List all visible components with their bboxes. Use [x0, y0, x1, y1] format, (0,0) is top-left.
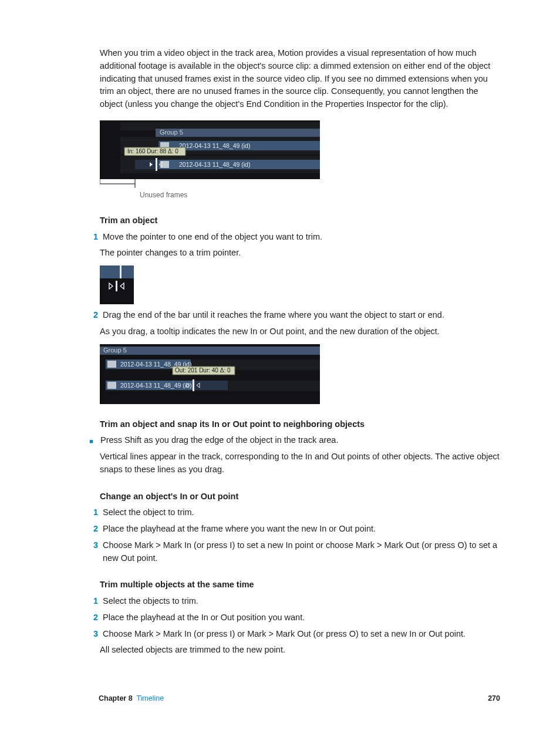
- step-number: 1: [86, 231, 98, 244]
- bullet-followup: Vertical lines appear in the track, corr…: [100, 450, 500, 476]
- svg-rect-0: [100, 120, 120, 179]
- figure-caption: Unused frames: [140, 190, 500, 200]
- step-text: Select the objects to trim.: [103, 595, 500, 608]
- subhead-change-inout: Change an object's In or Out point: [100, 490, 500, 503]
- svg-rect-31: [193, 379, 194, 391]
- step-text: Choose Mark > Mark In (or press I) or Ma…: [103, 628, 500, 641]
- subhead-trim-multiple: Trim multiple objects at the same time: [100, 579, 500, 591]
- step-followup: All selected objects are trimmed to the …: [100, 644, 500, 657]
- group-label: Group 5: [103, 347, 127, 354]
- step-text: Move the pointer to one end of the objec…: [103, 231, 500, 244]
- clip-label-b: 2012-04-13 11_48_49 (id): [120, 382, 191, 389]
- clip-label-b: 2012-04-13 11_48_49 (id): [179, 161, 250, 168]
- svg-rect-11: [160, 161, 169, 168]
- step-text: Place the playhead at the In or Out posi…: [103, 611, 500, 624]
- step-number: 2: [86, 611, 98, 624]
- group-label: Group 5: [160, 129, 183, 136]
- svg-rect-29: [193, 381, 228, 390]
- intro-paragraph: When you trim a video object in the trac…: [100, 47, 500, 111]
- step-text: Drag the end of the bar until it reaches…: [103, 309, 500, 322]
- svg-rect-18: [100, 265, 134, 278]
- svg-rect-19: [120, 265, 122, 278]
- subhead-snap: Trim an object and snap its In or Out po…: [100, 418, 500, 431]
- page-number: 270: [488, 693, 500, 704]
- tooltip-in: In: 160 Dur: 88 Δ: 0: [127, 148, 178, 154]
- figure-unused-frames: Group 5 2012-04-13 11_48_49 (id) In: 160…: [100, 120, 500, 200]
- step-text: Place the playhead at the frame where yo…: [103, 523, 500, 536]
- subhead-trim-object: Trim an object: [100, 214, 500, 227]
- chapter-link[interactable]: Timeline: [136, 694, 164, 702]
- step-text: Choose Mark > Mark In (or press I) to se…: [103, 539, 500, 565]
- chapter-label: Chapter 8: [99, 694, 133, 702]
- step-followup: As you drag, a tooltip indicates the new…: [100, 325, 500, 338]
- step-number: 1: [86, 595, 98, 608]
- svg-rect-9: [135, 160, 158, 169]
- svg-rect-20: [116, 281, 117, 291]
- step-text: Select the object to trim.: [103, 506, 500, 519]
- bullet-text: Press Shift as you drag the edge of the …: [100, 434, 500, 447]
- bullet-icon: ■: [86, 436, 93, 446]
- step-number: 1: [86, 506, 98, 519]
- tooltip-out: Out: 201 Dur: 40 Δ: 0: [175, 367, 231, 374]
- step-followup: The pointer changes to a trim pointer.: [100, 247, 500, 260]
- step-number: 3: [86, 628, 98, 641]
- step-number: 3: [86, 539, 98, 552]
- step-number: 2: [86, 523, 98, 536]
- svg-rect-25: [107, 361, 116, 368]
- clip-label-a: 2012-04-13 11_48_49 (id): [179, 142, 250, 149]
- step-number: 2: [86, 309, 98, 322]
- svg-rect-30: [107, 382, 116, 389]
- figure-trim-pointer: [100, 265, 500, 304]
- svg-rect-22: [100, 347, 320, 355]
- figure-drag-tooltip: Group 5 2012-04-13 11_48_49 (id) Out: 20…: [100, 344, 500, 404]
- footer-chapter: Chapter 8 Timeline: [99, 693, 164, 704]
- svg-rect-12: [156, 158, 157, 171]
